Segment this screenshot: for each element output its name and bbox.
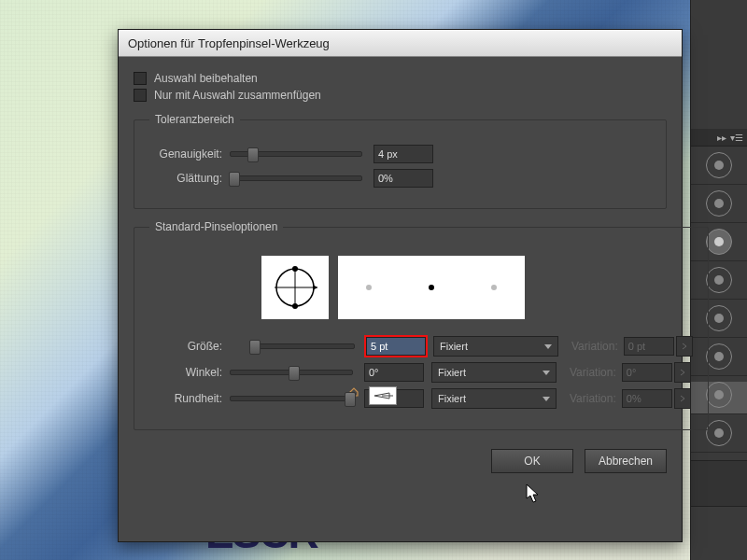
smooth-field[interactable]: 0%	[374, 169, 433, 188]
angle-preview[interactable]	[261, 256, 329, 319]
angle-variation-field: 0°	[622, 363, 672, 382]
size-variation-field: 0 pt	[624, 337, 674, 356]
keep-selection-label: Auswahl beibehalten	[154, 72, 258, 85]
target-item-2[interactable]	[706, 190, 732, 217]
smooth-slider[interactable]	[230, 175, 362, 181]
cancel-button[interactable]: Abbrechen	[585, 449, 667, 473]
tolerance-legend: Toleranzbereich	[149, 113, 240, 126]
checkbox-icon	[134, 72, 147, 85]
target-item-7[interactable]	[706, 382, 732, 408]
angle-slider[interactable]	[230, 370, 353, 375]
size-slider[interactable]	[250, 343, 355, 349]
ok-button[interactable]: OK	[491, 449, 573, 473]
panel-gap	[691, 460, 747, 507]
merge-selection-label: Nur mit Auswahl zusammenfügen	[154, 89, 321, 102]
slider-knob[interactable]	[249, 340, 261, 355]
dialog-title: Optionen für Tropfenpinsel-Werkzeug	[128, 36, 330, 50]
svg-point-5	[292, 303, 298, 309]
angle-mode-dropdown[interactable]: Fixiert	[431, 362, 557, 383]
slider-knob[interactable]	[289, 366, 300, 381]
smooth-label: Glättung:	[149, 172, 222, 185]
target-item-4[interactable]	[706, 267, 732, 293]
slider-knob[interactable]	[229, 172, 240, 187]
target-item-1[interactable]	[706, 152, 732, 178]
panel-header: ▸▸ ▾☰	[691, 129, 747, 147]
svg-marker-3	[313, 285, 317, 290]
expand-icon[interactable]: ▸▸	[717, 133, 726, 143]
svg-point-4	[292, 266, 298, 272]
accuracy-label: Genauigkeit:	[149, 147, 222, 161]
angle-variation-label: Variation:	[570, 366, 616, 379]
brush-preview	[261, 256, 693, 319]
accuracy-slider[interactable]	[230, 151, 362, 157]
target-item-6[interactable]	[706, 343, 732, 370]
size-mode-dropdown[interactable]: Fixiert	[433, 336, 558, 357]
chevron-down-icon	[544, 344, 552, 349]
keep-selection-checkbox[interactable]: Auswahl beibehalten	[134, 72, 667, 85]
target-item-5[interactable]	[706, 305, 732, 331]
slider-knob[interactable]	[345, 392, 356, 407]
size-field[interactable]: 5 pt	[366, 337, 426, 356]
merge-selection-checkbox[interactable]: Nur mit Auswahl zusammenfügen	[134, 89, 667, 102]
dialog-titlebar[interactable]: Optionen für Tropfenpinsel-Werkzeug	[119, 30, 682, 57]
roundness-variation-field: 0%	[622, 389, 672, 408]
brush-legend: Standard-Pinseloptionen	[149, 220, 283, 233]
brush-options-group: Standard-Pinseloptionen	[134, 220, 709, 430]
roundness-slider[interactable]	[230, 396, 353, 401]
chevron-down-icon	[543, 397, 550, 401]
roundness-label: Rundheit:	[149, 392, 222, 405]
chevron-down-icon	[543, 371, 550, 375]
angle-variation-stepper	[674, 362, 691, 383]
stroke-preview	[338, 256, 525, 319]
target-item-8[interactable]	[706, 420, 732, 446]
size-label: Größe:	[149, 340, 222, 353]
angle-field[interactable]: 0°	[364, 363, 424, 382]
target-item-3[interactable]	[706, 229, 732, 255]
checkbox-icon	[134, 89, 147, 102]
tolerance-group: Toleranzbereich Genauigkeit: 4 px Glättu…	[134, 113, 667, 209]
blob-brush-options-dialog: Optionen für Tropfenpinsel-Werkzeug Ausw…	[118, 29, 683, 542]
size-variation-stepper	[676, 336, 693, 357]
mouse-cursor-icon	[526, 483, 541, 504]
size-variation-label: Variation:	[571, 340, 618, 353]
roundness-variation-stepper	[674, 388, 691, 409]
accuracy-field[interactable]: 4 px	[374, 145, 433, 163]
angle-label: Winkel:	[149, 366, 222, 379]
roundness-mode-dropdown[interactable]: Fixiert	[431, 388, 557, 409]
slider-knob[interactable]	[247, 147, 259, 162]
roundness-variation-label: Variation:	[570, 392, 616, 405]
pen-tool-cursor-icon	[369, 386, 397, 405]
menu-icon[interactable]: ▾☰	[730, 133, 743, 143]
